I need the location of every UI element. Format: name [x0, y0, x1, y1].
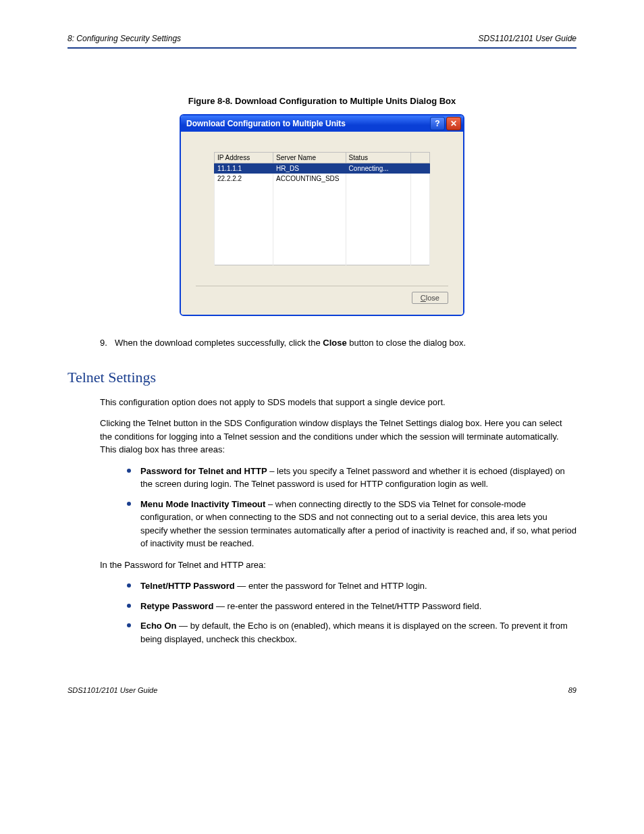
list-item-bold: Telnet/HTTP Password — [140, 581, 235, 591]
table-row[interactable] — [215, 224, 430, 234]
table-row[interactable] — [215, 184, 430, 194]
table-header-row: IP Address Server Name Status — [215, 153, 430, 163]
list-item: Retype Password — re-enter the password … — [100, 600, 576, 613]
paragraph: This configuration option does not apply… — [100, 396, 576, 409]
list-item-text: — enter the password for Telnet and HTTP… — [235, 581, 427, 591]
list-item-bold: Menu Mode Inactivity Timeout — [140, 499, 265, 509]
col-server[interactable]: Server Name — [273, 153, 346, 163]
section-heading-telnet: Telnet Settings — [68, 369, 576, 386]
dialog-titlebar[interactable]: Download Configuration to Multiple Units… — [181, 115, 463, 132]
col-ip[interactable]: IP Address — [215, 153, 273, 163]
dialog-title: Download Configuration to Multiple Units — [186, 119, 430, 128]
col-blank[interactable] — [410, 153, 429, 163]
cell-status — [346, 174, 410, 184]
footer-right: 89 — [568, 686, 576, 694]
close-icon[interactable]: ✕ — [446, 117, 461, 130]
header-left: 8: Configuring Security Settings — [68, 34, 181, 43]
list-item: Echo On — by default, the Echo is on (en… — [100, 619, 576, 646]
table-row[interactable] — [215, 194, 430, 204]
list-item-text: — by default, the Echo is on (enabled), … — [140, 621, 568, 644]
cell-server: ACCOUNTING_SDS — [273, 174, 346, 184]
list-item: Telnet/HTTP Password — enter the passwor… — [100, 579, 576, 593]
table-row[interactable] — [215, 214, 430, 224]
cell-blank — [410, 174, 429, 184]
list-item: Menu Mode Inactivity Timeout – when conn… — [100, 498, 576, 550]
cell-ip: 11.1.1.1 — [215, 163, 273, 174]
list-item: Password for Telnet and HTTP – lets you … — [100, 465, 576, 491]
step-number: 9. — [100, 336, 115, 350]
table-row[interactable] — [215, 204, 430, 214]
list-item-bold: Retype Password — [140, 601, 213, 611]
header-rule — [68, 47, 576, 49]
header-right: SDS1101/2101 User Guide — [479, 34, 576, 43]
units-table[interactable]: IP Address Server Name Status 11.1.1.1 H… — [214, 152, 430, 265]
paragraph: In the Password for Telnet and HTTP area… — [100, 558, 576, 572]
list-item-bold: Password for Telnet and HTTP — [140, 466, 267, 476]
col-status[interactable]: Status — [346, 153, 410, 163]
cell-ip: 22.2.2.2 — [215, 174, 273, 184]
step-9: 9. When the download completes successfu… — [100, 336, 576, 350]
step-text: button to close the dialog box. — [347, 338, 466, 348]
step-text: When the download completes successfully… — [115, 338, 323, 348]
step-bold: Close — [323, 338, 346, 348]
table-row[interactable]: 22.2.2.2 ACCOUNTING_SDS — [215, 174, 430, 184]
paragraph: Clicking the Telnet button in the SDS Co… — [100, 417, 576, 457]
cell-blank — [410, 163, 429, 174]
dialog-separator — [196, 286, 448, 286]
cell-server: HR_DS — [273, 163, 346, 174]
close-button[interactable]: Close — [412, 292, 448, 304]
dialog-window: Download Configuration to Multiple Units… — [180, 114, 464, 316]
table-row[interactable] — [215, 234, 430, 244]
figure-caption: Figure 8-8. Download Configuration to Mu… — [68, 96, 576, 106]
list-item-bold: Echo On — [140, 621, 176, 631]
table-row[interactable] — [215, 244, 430, 255]
footer-left: SDS1101/2101 User Guide — [68, 686, 157, 694]
cell-status: Connecting... — [346, 163, 410, 174]
table-row[interactable]: 11.1.1.1 HR_DS Connecting... — [215, 163, 430, 174]
list-item-text: — re-enter the password entered in the T… — [213, 601, 481, 611]
table-row[interactable] — [215, 255, 430, 265]
help-icon[interactable]: ? — [430, 117, 445, 130]
